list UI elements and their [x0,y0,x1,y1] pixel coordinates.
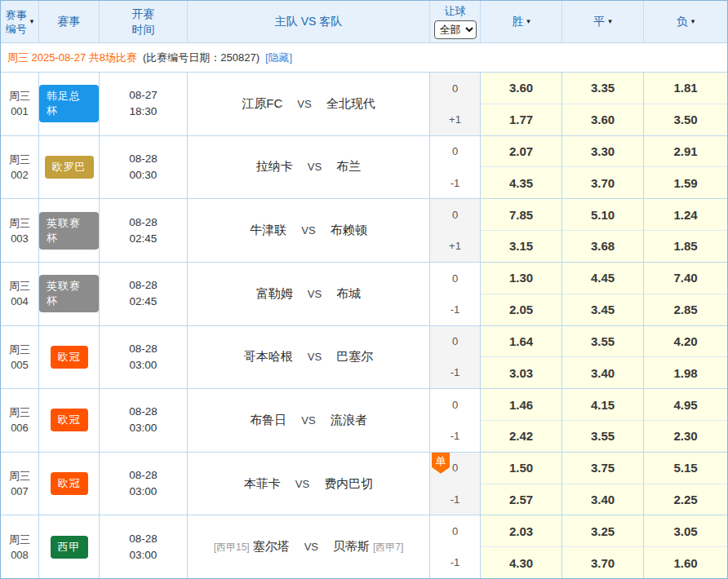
column-match-id-sort[interactable]: 赛事 编号 ▾ [1,1,39,42]
odds-cell-win[interactable]: 2.03 [481,515,562,547]
match-row: 周三 002 欧罗巴 08-28 00:30 拉纳卡 VS 布兰 0 -1 [1,136,727,200]
odds-cell-draw[interactable]: 3.40 [562,484,643,515]
kickoff-time: 02:45 [130,231,158,247]
odds-cell-lose[interactable]: 3.50 [644,104,727,135]
teams-cell: 布鲁日 VS 流浪者 [188,389,430,452]
odds-cell-lose[interactable]: 1.60 [644,547,727,578]
odds-cell-lose[interactable]: 2.30 [644,421,727,452]
odds-cell-draw[interactable]: 3.60 [562,104,643,135]
odds-cell-draw[interactable]: 3.68 [562,231,643,262]
vs-label: VS [308,161,322,173]
home-team: 拉纳卡 [256,159,293,175]
odds-cell-lose[interactable]: 4.20 [644,326,727,358]
kickoff-date: 08-28 [129,404,158,420]
odds-cell-win[interactable]: 1.46 [481,389,562,421]
odds-cell-lose[interactable]: 5.15 [644,453,727,484]
sort-arrow-icon[interactable]: ▾ [691,18,695,25]
home-team: 富勒姆 [256,286,293,302]
odds-cell-win[interactable]: 4.35 [481,167,562,198]
odds-cell-lose[interactable]: 1.98 [644,357,727,388]
vs-label: VS [301,224,315,236]
odds-cell-draw[interactable]: 5.10 [562,199,643,231]
odds-cell-win[interactable]: 3.60 [481,73,562,104]
hide-link[interactable]: [隐藏] [265,51,292,65]
draw-odds-column: 4.45 3.45 [562,263,644,325]
odds-cell-lose[interactable]: 2.91 [644,136,727,168]
match-id-date-info: (比赛编号日期：250827) [143,51,260,65]
odds-cell-draw[interactable]: 3.35 [562,73,643,104]
odds-cell-draw[interactable]: 3.40 [562,357,643,388]
teams-cell: 拉纳卡 VS 布兰 [188,136,430,199]
match-day: 周三 [9,215,30,231]
column-draw-sort[interactable]: 平▾ [562,1,644,42]
odds-cell-draw[interactable]: 3.55 [562,421,643,452]
handicap-cell: 0 +1 [430,199,481,262]
odds-cell-win[interactable]: 4.30 [481,547,562,578]
column-time-label-line2: 时间 [132,22,155,38]
handicap-value: 0 [430,136,480,167]
match-number: 007 [11,484,29,499]
handicap-value: 0 [430,263,480,294]
teams-cell: 牛津联 VS 布赖顿 [188,199,430,262]
odds-cell-lose[interactable]: 1.85 [644,231,727,262]
odds-cell-win[interactable]: 1.50 [481,453,562,484]
odds-cell-win[interactable]: 1.64 [481,326,562,358]
odds-cell-lose[interactable]: 1.24 [644,199,727,231]
home-team: 布鲁日 [250,413,286,428]
column-win-sort[interactable]: 胜▾ [481,1,562,42]
sort-arrow-icon[interactable]: ▾ [608,18,612,25]
odds-cell-draw[interactable]: 3.70 [562,547,643,578]
odds-cell-lose[interactable]: 1.81 [644,73,727,104]
teams-cell: 哥本哈根 VS 巴塞尔 [188,326,430,389]
away-team: 流浪者 [331,413,367,428]
odds-cell-draw[interactable]: 3.25 [562,515,643,547]
home-team: 塞尔塔 [253,539,290,555]
odds-cell-draw[interactable]: 4.45 [562,263,643,294]
odds-cell-win[interactable]: 1.30 [481,263,562,294]
odds-cell-draw[interactable]: 3.45 [562,294,643,325]
odds-cell-win[interactable]: 2.42 [481,421,562,452]
odds-cell-win[interactable]: 3.03 [481,357,562,388]
odds-cell-win[interactable]: 2.07 [481,136,562,168]
odds-cell-win[interactable]: 1.77 [481,104,562,135]
odds-cell-lose[interactable]: 1.59 [644,167,727,198]
odds-cell-draw[interactable]: 3.55 [562,326,643,358]
draw-odds-column: 4.15 3.55 [562,389,644,452]
odds-cell-draw[interactable]: 4.15 [562,389,643,421]
league-cell: 欧冠 [39,389,100,452]
odds-cell-win[interactable]: 7.85 [481,199,562,231]
column-competition-label: 赛事 [39,1,100,42]
column-match-id-label-line2: 编号 [6,22,27,36]
sort-arrow-icon[interactable]: ▾ [30,18,34,25]
vs-label: VS [308,351,322,363]
odds-cell-win[interactable]: 2.05 [481,294,562,325]
kickoff-time-cell: 08-28 03:00 [100,515,188,578]
column-lose-sort[interactable]: 负▾ [644,1,727,42]
odds-cell-draw[interactable]: 3.30 [562,136,643,168]
odds-cell-lose[interactable]: 2.85 [644,294,727,325]
odds-cell-lose[interactable]: 3.05 [644,515,727,547]
match-row: 周三 007 欧冠 08-28 03:00 本菲卡 VS 费内巴切 单 0 -1 [1,453,727,516]
handicap-value: +1 [430,104,480,135]
odds-cell-lose[interactable]: 2.25 [644,484,727,515]
odds-cell-lose[interactable]: 7.40 [644,263,727,294]
match-row: 周三 006 欧冠 08-28 03:00 布鲁日 VS 流浪者 0 -1 [1,389,727,453]
odds-cell-draw[interactable]: 3.70 [562,167,643,198]
kickoff-time-cell: 08-28 02:45 [100,199,188,262]
match-number-cell: 周三 001 [1,73,39,135]
home-team: 牛津联 [250,223,286,238]
handicap-filter-select[interactable]: 全部 [434,20,477,39]
odds-cell-draw[interactable]: 3.75 [562,453,643,484]
league-cell: 欧罗巴 [39,136,100,199]
match-day: 周三 [9,468,30,484]
odds-cell-lose[interactable]: 4.95 [644,389,727,421]
odds-table: 赛事 编号 ▾ 赛事 开赛 时间 主队 VS 客队 让球 全部 胜▾ [0,0,728,579]
match-row: 周三 004 英联赛杯 08-28 02:45 富勒姆 VS 布城 0 -1 [1,263,727,326]
handicap-cell: 0 -1 [430,326,481,389]
odds-cell-win[interactable]: 3.15 [481,231,562,262]
odds-cell-win[interactable]: 2.57 [481,484,562,515]
league-badge: 英联赛杯 [39,212,99,250]
win-odds-column: 1.64 3.03 [481,326,562,389]
sort-arrow-icon[interactable]: ▾ [526,18,530,25]
lose-odds-column: 1.24 1.85 [644,199,727,262]
